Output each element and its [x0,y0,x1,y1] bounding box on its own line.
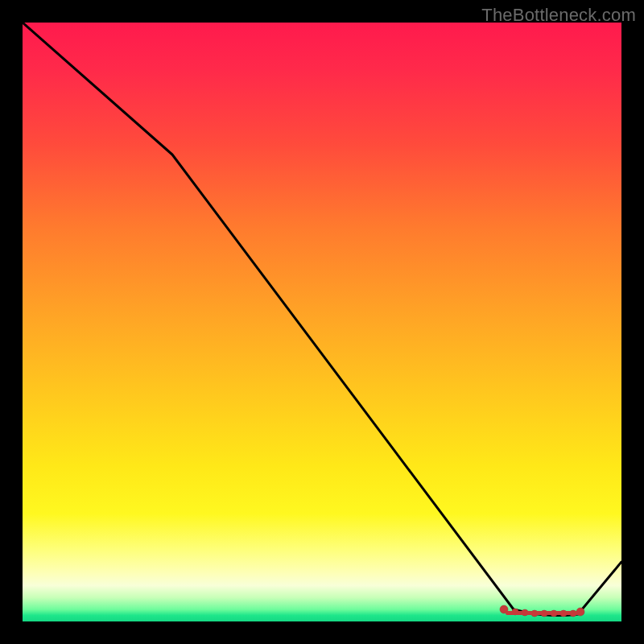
curve-layer [23,23,621,621]
chart-frame: TheBottleneck.com [0,0,644,644]
svg-rect-9 [506,611,580,615]
bottleneck-line [23,23,621,616]
plot-area [23,23,621,621]
